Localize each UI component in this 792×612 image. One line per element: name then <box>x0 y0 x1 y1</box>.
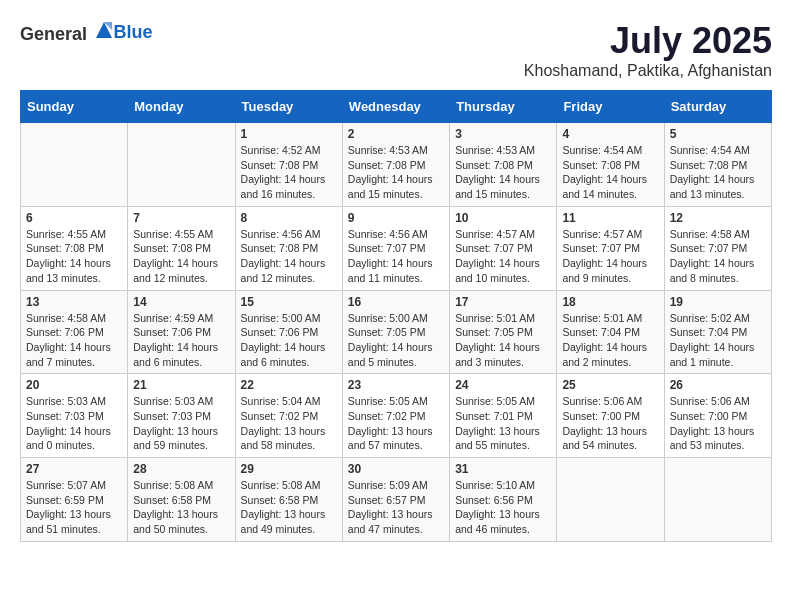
calendar-cell: 19Sunrise: 5:02 AM Sunset: 7:04 PM Dayli… <box>664 290 771 374</box>
calendar-cell: 21Sunrise: 5:03 AM Sunset: 7:03 PM Dayli… <box>128 374 235 458</box>
day-number: 16 <box>348 295 444 309</box>
logo-blue: Blue <box>114 22 153 42</box>
calendar-cell: 12Sunrise: 4:58 AM Sunset: 7:07 PM Dayli… <box>664 206 771 290</box>
day-info: Sunrise: 4:55 AM Sunset: 7:08 PM Dayligh… <box>26 227 122 286</box>
day-info: Sunrise: 4:54 AM Sunset: 7:08 PM Dayligh… <box>670 143 766 202</box>
month-title: July 2025 <box>524 20 772 62</box>
day-info: Sunrise: 5:03 AM Sunset: 7:03 PM Dayligh… <box>26 394 122 453</box>
day-info: Sunrise: 5:05 AM Sunset: 7:02 PM Dayligh… <box>348 394 444 453</box>
day-number: 28 <box>133 462 229 476</box>
day-number: 29 <box>241 462 337 476</box>
day-info: Sunrise: 5:00 AM Sunset: 7:05 PM Dayligh… <box>348 311 444 370</box>
calendar-cell: 9Sunrise: 4:56 AM Sunset: 7:07 PM Daylig… <box>342 206 449 290</box>
day-number: 15 <box>241 295 337 309</box>
calendar-cell: 25Sunrise: 5:06 AM Sunset: 7:00 PM Dayli… <box>557 374 664 458</box>
header-day-sunday: Sunday <box>21 91 128 123</box>
calendar-cell: 11Sunrise: 4:57 AM Sunset: 7:07 PM Dayli… <box>557 206 664 290</box>
day-number: 12 <box>670 211 766 225</box>
day-number: 5 <box>670 127 766 141</box>
day-number: 13 <box>26 295 122 309</box>
day-info: Sunrise: 5:09 AM Sunset: 6:57 PM Dayligh… <box>348 478 444 537</box>
day-info: Sunrise: 5:06 AM Sunset: 7:00 PM Dayligh… <box>670 394 766 453</box>
logo-general: General <box>20 24 87 44</box>
week-row-1: 1Sunrise: 4:52 AM Sunset: 7:08 PM Daylig… <box>21 123 772 207</box>
day-info: Sunrise: 5:08 AM Sunset: 6:58 PM Dayligh… <box>133 478 229 537</box>
day-info: Sunrise: 4:52 AM Sunset: 7:08 PM Dayligh… <box>241 143 337 202</box>
calendar-cell <box>557 458 664 542</box>
calendar-cell: 8Sunrise: 4:56 AM Sunset: 7:08 PM Daylig… <box>235 206 342 290</box>
calendar-cell: 6Sunrise: 4:55 AM Sunset: 7:08 PM Daylig… <box>21 206 128 290</box>
calendar-cell: 22Sunrise: 5:04 AM Sunset: 7:02 PM Dayli… <box>235 374 342 458</box>
day-info: Sunrise: 5:05 AM Sunset: 7:01 PM Dayligh… <box>455 394 551 453</box>
calendar-cell: 30Sunrise: 5:09 AM Sunset: 6:57 PM Dayli… <box>342 458 449 542</box>
day-number: 3 <box>455 127 551 141</box>
day-number: 20 <box>26 378 122 392</box>
calendar-body: 1Sunrise: 4:52 AM Sunset: 7:08 PM Daylig… <box>21 123 772 542</box>
calendar-cell: 26Sunrise: 5:06 AM Sunset: 7:00 PM Dayli… <box>664 374 771 458</box>
day-info: Sunrise: 4:55 AM Sunset: 7:08 PM Dayligh… <box>133 227 229 286</box>
day-number: 6 <box>26 211 122 225</box>
calendar-cell: 17Sunrise: 5:01 AM Sunset: 7:05 PM Dayli… <box>450 290 557 374</box>
calendar-cell: 2Sunrise: 4:53 AM Sunset: 7:08 PM Daylig… <box>342 123 449 207</box>
calendar-cell: 16Sunrise: 5:00 AM Sunset: 7:05 PM Dayli… <box>342 290 449 374</box>
day-info: Sunrise: 5:01 AM Sunset: 7:05 PM Dayligh… <box>455 311 551 370</box>
day-info: Sunrise: 5:00 AM Sunset: 7:06 PM Dayligh… <box>241 311 337 370</box>
calendar-cell: 18Sunrise: 5:01 AM Sunset: 7:04 PM Dayli… <box>557 290 664 374</box>
calendar-cell: 13Sunrise: 4:58 AM Sunset: 7:06 PM Dayli… <box>21 290 128 374</box>
calendar-cell: 27Sunrise: 5:07 AM Sunset: 6:59 PM Dayli… <box>21 458 128 542</box>
day-info: Sunrise: 4:53 AM Sunset: 7:08 PM Dayligh… <box>455 143 551 202</box>
calendar-cell: 23Sunrise: 5:05 AM Sunset: 7:02 PM Dayli… <box>342 374 449 458</box>
calendar-cell: 14Sunrise: 4:59 AM Sunset: 7:06 PM Dayli… <box>128 290 235 374</box>
day-number: 17 <box>455 295 551 309</box>
day-number: 25 <box>562 378 658 392</box>
day-number: 10 <box>455 211 551 225</box>
calendar-cell: 10Sunrise: 4:57 AM Sunset: 7:07 PM Dayli… <box>450 206 557 290</box>
calendar-cell: 5Sunrise: 4:54 AM Sunset: 7:08 PM Daylig… <box>664 123 771 207</box>
calendar-cell: 29Sunrise: 5:08 AM Sunset: 6:58 PM Dayli… <box>235 458 342 542</box>
day-info: Sunrise: 4:54 AM Sunset: 7:08 PM Dayligh… <box>562 143 658 202</box>
day-number: 18 <box>562 295 658 309</box>
day-number: 4 <box>562 127 658 141</box>
header-row: SundayMondayTuesdayWednesdayThursdayFrid… <box>21 91 772 123</box>
day-info: Sunrise: 4:58 AM Sunset: 7:06 PM Dayligh… <box>26 311 122 370</box>
day-info: Sunrise: 5:03 AM Sunset: 7:03 PM Dayligh… <box>133 394 229 453</box>
day-info: Sunrise: 5:02 AM Sunset: 7:04 PM Dayligh… <box>670 311 766 370</box>
calendar-cell: 3Sunrise: 4:53 AM Sunset: 7:08 PM Daylig… <box>450 123 557 207</box>
week-row-2: 6Sunrise: 4:55 AM Sunset: 7:08 PM Daylig… <box>21 206 772 290</box>
header-day-saturday: Saturday <box>664 91 771 123</box>
day-info: Sunrise: 5:06 AM Sunset: 7:00 PM Dayligh… <box>562 394 658 453</box>
header-day-monday: Monday <box>128 91 235 123</box>
day-info: Sunrise: 4:57 AM Sunset: 7:07 PM Dayligh… <box>455 227 551 286</box>
day-number: 26 <box>670 378 766 392</box>
title-block: July 2025 Khoshamand, Paktika, Afghanist… <box>524 20 772 80</box>
header-day-tuesday: Tuesday <box>235 91 342 123</box>
day-number: 24 <box>455 378 551 392</box>
day-number: 21 <box>133 378 229 392</box>
day-number: 14 <box>133 295 229 309</box>
day-number: 19 <box>670 295 766 309</box>
day-info: Sunrise: 4:58 AM Sunset: 7:07 PM Dayligh… <box>670 227 766 286</box>
day-info: Sunrise: 5:01 AM Sunset: 7:04 PM Dayligh… <box>562 311 658 370</box>
logo: General Blue <box>20 20 153 45</box>
day-info: Sunrise: 4:59 AM Sunset: 7:06 PM Dayligh… <box>133 311 229 370</box>
day-info: Sunrise: 5:08 AM Sunset: 6:58 PM Dayligh… <box>241 478 337 537</box>
day-number: 22 <box>241 378 337 392</box>
day-info: Sunrise: 5:07 AM Sunset: 6:59 PM Dayligh… <box>26 478 122 537</box>
day-info: Sunrise: 4:53 AM Sunset: 7:08 PM Dayligh… <box>348 143 444 202</box>
calendar-table: SundayMondayTuesdayWednesdayThursdayFrid… <box>20 90 772 542</box>
page-header: General Blue July 2025 Khoshamand, Pakti… <box>20 20 772 80</box>
day-number: 31 <box>455 462 551 476</box>
calendar-cell: 20Sunrise: 5:03 AM Sunset: 7:03 PM Dayli… <box>21 374 128 458</box>
calendar-header: SundayMondayTuesdayWednesdayThursdayFrid… <box>21 91 772 123</box>
week-row-5: 27Sunrise: 5:07 AM Sunset: 6:59 PM Dayli… <box>21 458 772 542</box>
calendar-cell <box>664 458 771 542</box>
header-day-thursday: Thursday <box>450 91 557 123</box>
location-title: Khoshamand, Paktika, Afghanistan <box>524 62 772 80</box>
day-info: Sunrise: 4:57 AM Sunset: 7:07 PM Dayligh… <box>562 227 658 286</box>
header-day-friday: Friday <box>557 91 664 123</box>
logo-icon <box>94 20 114 40</box>
day-number: 2 <box>348 127 444 141</box>
calendar-cell: 15Sunrise: 5:00 AM Sunset: 7:06 PM Dayli… <box>235 290 342 374</box>
calendar-cell: 4Sunrise: 4:54 AM Sunset: 7:08 PM Daylig… <box>557 123 664 207</box>
day-number: 7 <box>133 211 229 225</box>
